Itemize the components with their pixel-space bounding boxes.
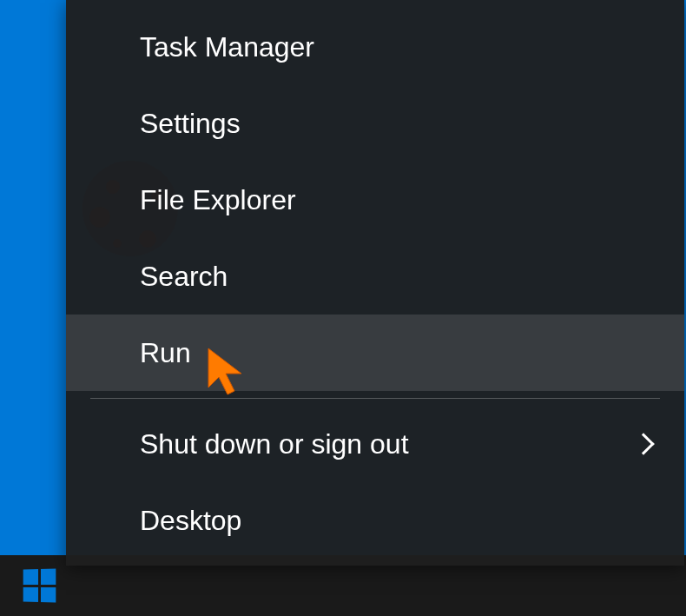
menu-item-label: Settings xyxy=(140,108,241,140)
menu-item-label: Desktop xyxy=(140,505,241,537)
menu-item-settings[interactable]: Settings xyxy=(66,85,684,162)
menu-item-file-explorer[interactable]: File Explorer xyxy=(66,162,684,238)
menu-item-search[interactable]: Search xyxy=(66,238,684,315)
menu-item-label: Search xyxy=(140,261,228,293)
windows-logo-icon xyxy=(23,568,56,602)
menu-item-label: File Explorer xyxy=(140,184,296,216)
menu-item-desktop[interactable]: Desktop xyxy=(66,482,684,559)
menu-item-label: Run xyxy=(140,337,191,369)
winx-context-menu: Task Manager Settings File Explorer Sear… xyxy=(66,0,684,566)
menu-item-label: Task Manager xyxy=(140,31,314,63)
menu-item-shut-down[interactable]: Shut down or sign out xyxy=(66,406,684,482)
menu-item-task-manager[interactable]: Task Manager xyxy=(66,9,684,85)
menu-separator xyxy=(90,398,660,399)
menu-item-label: Shut down or sign out xyxy=(140,428,409,460)
chevron-right-icon xyxy=(632,433,654,454)
menu-item-run[interactable]: Run xyxy=(66,315,684,391)
